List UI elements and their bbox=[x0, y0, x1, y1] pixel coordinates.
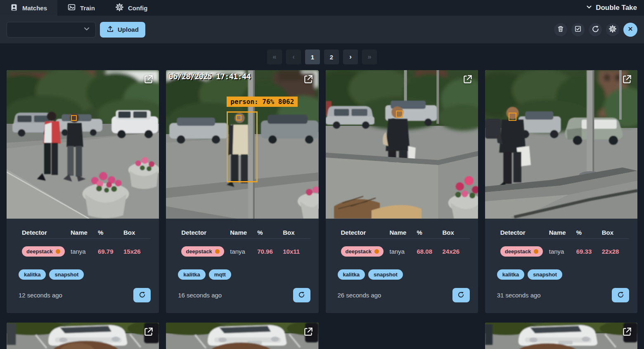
snapshot-scene bbox=[485, 323, 637, 349]
refresh-icon bbox=[592, 25, 599, 34]
time-ago: 31 seconds ago bbox=[497, 292, 541, 299]
table-row: deepstack tanya 69.79 15x26 bbox=[22, 239, 151, 264]
match-card: Detector Name % Box deepstack tanya 68.0… bbox=[326, 70, 478, 313]
tag-chips: kalitka snapshot bbox=[493, 269, 629, 280]
navbar: Matches Train Config Double Take bbox=[0, 0, 644, 16]
col-header-box: Box bbox=[443, 229, 470, 236]
page-button-1[interactable]: 1 bbox=[305, 50, 320, 64]
type-chip[interactable]: snapshot bbox=[49, 269, 84, 280]
match-details: Detector Name % Box deepstack tanya 69.3… bbox=[485, 219, 637, 313]
tab-label: Matches bbox=[22, 5, 47, 12]
detector-status-dot bbox=[56, 249, 60, 254]
expand-icon[interactable] bbox=[621, 326, 633, 338]
tag-chips: kalitka snapshot bbox=[15, 269, 151, 280]
refresh-icon bbox=[617, 291, 624, 299]
refresh-button[interactable] bbox=[589, 23, 602, 36]
match-card: Detector Name % Box deepstack tanya 69.7… bbox=[7, 70, 159, 313]
type-chip[interactable]: mqtt bbox=[209, 269, 231, 280]
match-details: Detector Name % Box deepstack tanya 68.0… bbox=[326, 219, 478, 313]
last-page-button[interactable]: » bbox=[362, 50, 377, 64]
next-page-button[interactable]: › bbox=[343, 50, 358, 64]
reprocess-button[interactable] bbox=[452, 288, 470, 302]
match-card bbox=[7, 323, 159, 349]
toolbar: Upload bbox=[0, 16, 644, 43]
col-header-box: Box bbox=[123, 229, 151, 236]
camera-chip[interactable]: kalitka bbox=[338, 269, 365, 280]
detector-badge: deepstack bbox=[22, 246, 65, 257]
toolbar-actions bbox=[554, 23, 637, 37]
delete-button[interactable] bbox=[554, 23, 567, 36]
expand-icon[interactable] bbox=[143, 74, 154, 85]
brand-title: Double Take bbox=[596, 4, 637, 12]
face-bounding-box bbox=[396, 111, 403, 118]
gear-icon bbox=[116, 3, 123, 12]
expand-icon[interactable] bbox=[303, 326, 314, 338]
col-header-percent: % bbox=[257, 229, 283, 236]
expand-icon[interactable] bbox=[621, 74, 633, 85]
match-table: Detector Name % Box deepstack tanya 70.9… bbox=[181, 226, 310, 264]
empty-grid-cell bbox=[326, 323, 478, 349]
camera-chip[interactable]: kalitka bbox=[497, 269, 524, 280]
pagination: « ‹ 1 2 › » bbox=[0, 50, 644, 64]
type-chip[interactable]: snapshot bbox=[528, 269, 562, 280]
match-name: tanya bbox=[549, 248, 576, 255]
reprocess-button[interactable] bbox=[133, 288, 151, 302]
match-percent: 70.96 bbox=[257, 248, 283, 255]
chevron-down-icon bbox=[586, 4, 592, 12]
match-snapshot bbox=[326, 70, 478, 219]
match-percent: 68.08 bbox=[417, 248, 443, 255]
close-filter-button[interactable] bbox=[623, 23, 637, 37]
match-card: Detector Name % Box deepstack tanya 69.3… bbox=[485, 70, 637, 313]
camera-chip[interactable]: kalitka bbox=[19, 269, 46, 280]
page-button-2[interactable]: 2 bbox=[324, 50, 339, 64]
filter-select[interactable] bbox=[7, 22, 96, 38]
snapshot-scene bbox=[7, 70, 159, 219]
face-bounding-box bbox=[509, 113, 516, 121]
chevron-down-icon bbox=[83, 25, 90, 34]
card-footer: 26 seconds ago bbox=[334, 288, 470, 302]
detection-label: person: 76% 8062 bbox=[227, 97, 298, 107]
reprocess-button[interactable] bbox=[612, 288, 629, 302]
expand-icon[interactable] bbox=[303, 74, 314, 85]
settings-button[interactable] bbox=[606, 23, 619, 36]
expand-icon[interactable] bbox=[143, 326, 154, 338]
match-details: Detector Name % Box deepstack tanya 70.9… bbox=[166, 219, 318, 313]
match-box: 22x28 bbox=[602, 248, 629, 255]
match-card: 06/28/2025 17:41:44 person: 76% 8062 Det… bbox=[166, 70, 318, 313]
match-name: tanya bbox=[230, 248, 257, 255]
match-box: 10x11 bbox=[283, 248, 310, 255]
match-name: tanya bbox=[71, 248, 98, 255]
col-header-box: Box bbox=[283, 229, 310, 236]
col-header-name: Name bbox=[230, 229, 257, 236]
table-row: deepstack tanya 68.08 24x26 bbox=[341, 239, 470, 264]
type-chip[interactable]: snapshot bbox=[368, 269, 403, 280]
detector-badge: deepstack bbox=[500, 246, 543, 257]
match-snapshot bbox=[7, 70, 159, 219]
col-header-box: Box bbox=[602, 229, 629, 236]
select-all-button[interactable] bbox=[571, 23, 585, 36]
tab-label: Config bbox=[128, 5, 147, 12]
expand-icon[interactable] bbox=[462, 74, 474, 85]
time-ago: 16 seconds ago bbox=[178, 292, 222, 299]
brand-menu[interactable]: Double Take bbox=[579, 0, 644, 16]
camera-chip[interactable]: kalitka bbox=[178, 269, 205, 280]
gear-icon bbox=[609, 25, 616, 34]
tab-config[interactable]: Config bbox=[105, 0, 158, 16]
id-badge-icon bbox=[10, 4, 18, 12]
col-header-percent: % bbox=[417, 229, 443, 236]
detector-badge: deepstack bbox=[341, 246, 384, 257]
tab-train[interactable]: Train bbox=[57, 0, 105, 16]
tab-label: Train bbox=[80, 5, 95, 12]
tab-matches[interactable]: Matches bbox=[0, 0, 57, 16]
upload-icon bbox=[107, 25, 114, 34]
col-header-name: Name bbox=[71, 229, 98, 236]
cctv-timestamp-overlay: 06/28/2025 17:41:44 bbox=[168, 72, 250, 81]
first-page-button[interactable]: « bbox=[267, 50, 282, 64]
prev-page-button[interactable]: ‹ bbox=[286, 50, 301, 64]
match-snapshot: 06/28/2025 17:41:44 person: 76% 8062 bbox=[166, 70, 318, 219]
card-footer: 12 seconds ago bbox=[15, 288, 151, 302]
match-card bbox=[166, 323, 318, 349]
table-row: deepstack tanya 70.96 10x11 bbox=[181, 239, 310, 264]
reprocess-button[interactable] bbox=[293, 288, 310, 302]
upload-button[interactable]: Upload bbox=[100, 22, 145, 38]
